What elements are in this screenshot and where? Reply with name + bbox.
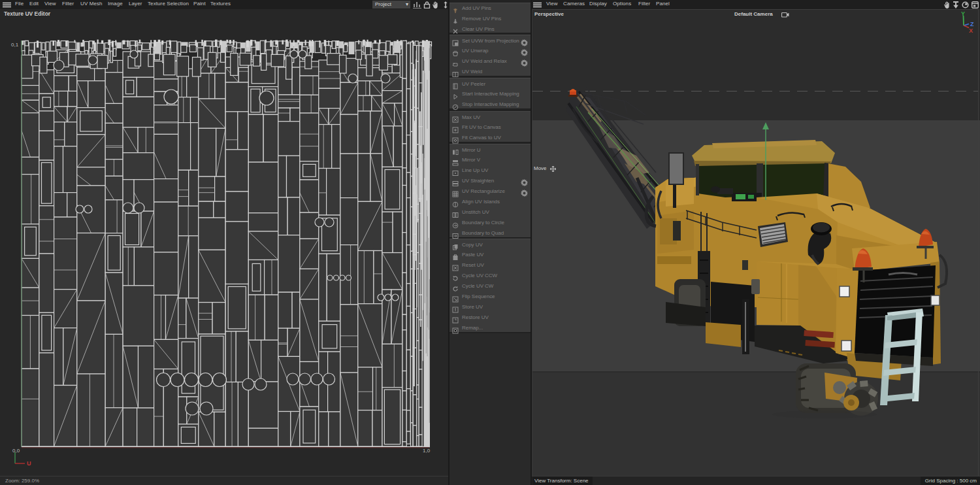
svg-text:Z: Z <box>970 21 974 27</box>
svg-text:X: X <box>969 27 973 34</box>
svg-text:U: U <box>27 460 31 467</box>
svg-text:Y: Y <box>961 10 965 17</box>
